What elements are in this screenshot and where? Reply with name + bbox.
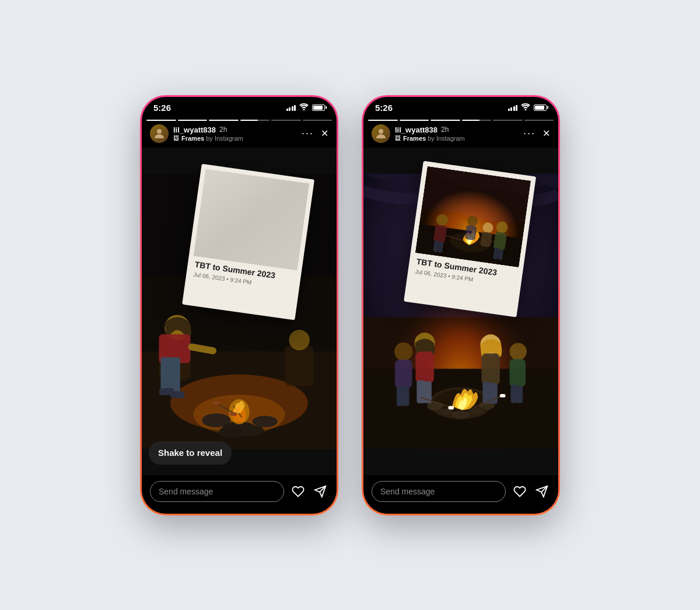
svg-point-9 [219,426,242,437]
svg-rect-48 [416,380,425,403]
message-placeholder-right: Send message [380,487,435,496]
signal-icon [286,104,296,111]
story-time-left: 2h [219,126,227,134]
svg-rect-60 [448,406,454,409]
polaroid-left: TBT to Summer 2023 Jul 06, 2023 • 9:24 P… [182,163,314,320]
svg-point-0 [157,129,162,134]
close-icon-right[interactable]: ✕ [542,128,550,139]
svg-point-54 [510,343,527,360]
shake-label: Shake to reveal [158,448,222,458]
more-icon-right[interactable]: ··· [523,127,536,140]
story-progress-right [363,115,558,121]
svg-rect-77 [480,231,492,247]
wifi-icon-right [521,103,530,112]
svg-rect-52 [482,382,491,403]
wifi-icon [299,103,309,112]
story-time-right: 2h [441,126,449,134]
svg-rect-20 [170,391,184,399]
story-header-left: lil_wyatt838 2h 🖼 Frames by Instagram ··… [142,121,337,148]
svg-rect-17 [166,357,180,392]
story-actions-right[interactable]: ··· ✕ [523,127,550,140]
message-input-left[interactable]: Send message [150,481,284,502]
phone-right: 5:26 [362,95,560,515]
story-main-left: TBT to Summer 2023 Jul 06, 2023 • 9:24 P… [142,148,337,475]
svg-point-39 [452,410,470,419]
story-effect-right: Frames by Instagram [403,135,465,142]
svg-rect-24 [214,401,219,404]
avatar-right [372,124,390,143]
story-actions-left[interactable]: ··· ✕ [302,127,328,140]
svg-rect-45 [402,387,410,406]
status-icons-left [286,103,326,112]
story-username-right: lil_wyatt838 [395,126,438,134]
heart-button-right[interactable] [512,483,528,500]
status-time-right: 5:26 [375,103,393,113]
svg-point-40 [468,407,484,414]
svg-rect-25 [285,346,314,386]
message-input-right[interactable]: Send message [372,481,506,502]
polaroid-image-right [415,166,531,267]
svg-point-26 [289,329,309,350]
battery-icon [312,104,325,111]
status-icons-right [508,103,547,112]
story-user-info-right: lil_wyatt838 2h 🖼 Frames by Instagram [395,126,523,142]
svg-rect-47 [415,351,433,383]
svg-rect-23 [230,412,237,416]
svg-rect-57 [516,386,523,403]
svg-point-42 [394,342,412,360]
svg-point-29 [379,129,383,134]
story-user-info-left: lil_wyatt838 2h 🖼 Frames by Instagram [173,126,302,142]
status-bar-right: 5:26 [363,97,558,115]
svg-rect-55 [510,359,526,386]
polaroid-image-left [194,169,309,270]
story-username-left: lil_wyatt838 [173,126,216,134]
message-placeholder-left: Send message [159,487,213,496]
svg-rect-56 [510,385,517,403]
story-main-right: TBT to Summer 2023 Jul 06, 2023 • 9:24 P… [363,148,558,475]
svg-rect-43 [395,360,412,388]
status-time-left: 5:26 [153,103,171,113]
avatar-left [150,124,169,143]
close-icon-left[interactable]: ✕ [321,128,328,139]
svg-point-8 [253,416,278,427]
svg-point-10 [243,425,264,435]
svg-rect-67 [433,224,447,243]
svg-rect-71 [493,231,507,250]
bottom-bar-left: Send message [142,475,337,514]
svg-rect-51 [481,353,499,385]
story-header-right: lil_wyatt838 2h 🖼 Frames by Instagram ··… [363,121,558,148]
story-progress-left [142,115,337,121]
send-button-right[interactable] [534,483,550,500]
status-bar-left: 5:26 [142,97,337,115]
phone-left: 5:26 [140,95,338,515]
bottom-bar-right: Send message [363,475,558,514]
heart-button-left[interactable] [290,483,306,500]
shake-pill: Shake to reveal [149,441,232,465]
polaroid-right: TBT to Summer 2023 Jul 06, 2023 • 9:24 P… [404,161,536,317]
more-icon-left[interactable]: ··· [302,127,314,140]
signal-icon-right [508,104,518,111]
story-effect-left: Frames by Instagram [181,135,243,142]
battery-icon-right [534,104,547,111]
svg-rect-61 [500,393,506,397]
send-button-left[interactable] [312,483,328,500]
svg-rect-75 [465,224,477,240]
